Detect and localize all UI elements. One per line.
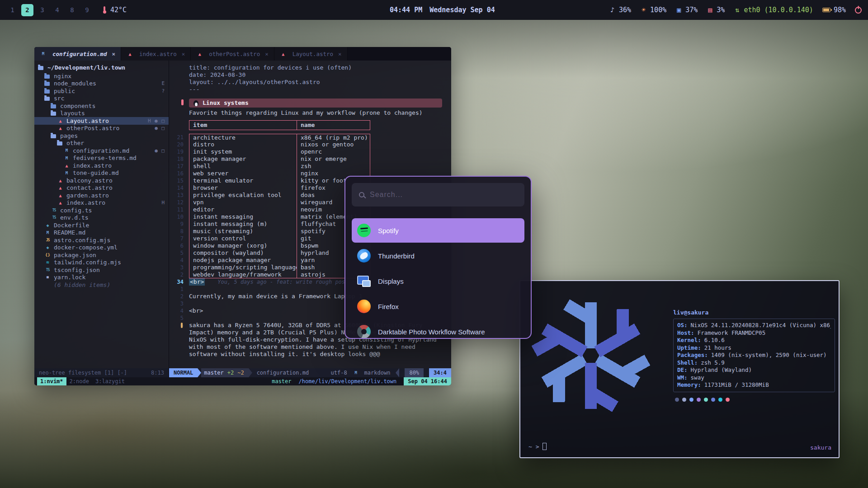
editor-tab[interactable]: otherPost.astro × xyxy=(191,47,274,61)
workspace-button[interactable]: 3 xyxy=(36,4,48,16)
tree-item[interactable]: contact.astro xyxy=(34,184,169,192)
workspace-button[interactable]: 9 xyxy=(81,4,93,16)
markdown-icon xyxy=(353,370,359,376)
tree-root[interactable]: ~/Development/liv.town xyxy=(34,63,169,72)
tmux-window[interactable]: 3:lazygit xyxy=(92,377,128,385)
tree-item[interactable]: nginx xyxy=(34,72,169,80)
shell-prompt-line[interactable]: ~ > xyxy=(528,443,547,450)
fetch-label: Shell: xyxy=(677,359,698,367)
status-bar-right: 36% 100% 37% 3% xyxy=(609,0,862,20)
line-number: 5 xyxy=(169,314,189,322)
editor-tab[interactable]: configuration.md × xyxy=(34,47,121,61)
table-cell-name: x86_64 (rip m2 pro) xyxy=(297,134,370,141)
table-cell-item: compositor (wayland) xyxy=(189,249,297,257)
tab-close-icon[interactable]: × xyxy=(338,51,342,57)
workspace-button[interactable]: 2 xyxy=(21,4,33,16)
launcher-item[interactable]: Spotify xyxy=(352,218,524,243)
tree-item-label: index.astro xyxy=(73,162,112,169)
tmux-window[interactable]: 1:nvim* xyxy=(37,377,66,385)
bar-module[interactable]: 37% xyxy=(675,6,698,14)
tree-item[interactable]: node_modules E xyxy=(34,80,169,88)
tree-item[interactable]: garden.astro xyxy=(34,192,169,199)
launcher-search[interactable] xyxy=(352,183,524,206)
workspace-button[interactable]: 8 xyxy=(66,4,78,16)
tree-items: nginx node_modules E public ? xyxy=(34,72,169,289)
penguin-icon xyxy=(193,100,198,106)
tree-item[interactable]: tsconfig.json xyxy=(34,266,169,274)
bar-module[interactable]: eth0 (10.0.0.140) xyxy=(734,6,813,14)
module-icon xyxy=(609,6,616,14)
tree-item[interactable]: components xyxy=(34,102,169,110)
bar-module[interactable]: 100% xyxy=(640,6,666,14)
tree-item[interactable]: src xyxy=(34,95,169,103)
workspace-button[interactable]: 4 xyxy=(51,4,63,16)
power-button[interactable] xyxy=(855,7,862,14)
tree-item[interactable]: env.d.ts xyxy=(34,214,169,222)
tree-item[interactable]: Dockerfile xyxy=(34,221,169,229)
tab-close-icon[interactable]: × xyxy=(182,51,185,57)
bar-module[interactable]: 3% xyxy=(707,6,725,14)
launcher-item[interactable]: Displays xyxy=(352,269,524,293)
tmux-right: master /home/liv/Development/liv.town Se… xyxy=(272,377,451,385)
tree-item[interactable]: tone-guide.md xyxy=(34,169,169,177)
thermometer-icon xyxy=(102,6,107,14)
powerline-separator xyxy=(198,368,201,377)
tree-item[interactable]: Layout.astro H ● □ xyxy=(34,117,169,125)
file-icon xyxy=(51,134,56,138)
power-icon xyxy=(855,7,862,14)
bar-module[interactable]: 36% xyxy=(609,6,631,14)
tree-item[interactable]: public ? xyxy=(34,87,169,95)
editor-tab[interactable]: index.astro × xyxy=(121,47,191,61)
terminal-window[interactable]: liv@sakura OS: NixOS 24.11.20240828.71e9… xyxy=(519,280,840,458)
tree-item[interactable]: index.astro H xyxy=(34,199,169,207)
tree-item[interactable]: pages xyxy=(34,132,169,140)
line-number: 5 xyxy=(169,249,189,257)
tree-item[interactable]: configuration.md ● □ xyxy=(34,147,169,155)
fetch-info-line: OS: NixOS 24.11.20240828.71e91c4 (Vicuna… xyxy=(677,322,831,329)
tab-close-icon[interactable]: × xyxy=(112,51,115,57)
search-input[interactable] xyxy=(370,191,517,199)
tree-item[interactable]: astro.config.mjs xyxy=(34,236,169,244)
frontmatter-line: layout: ../../layouts/otherPost.astro xyxy=(169,79,451,86)
tree-item-label: contact.astro xyxy=(66,184,113,191)
tree-item[interactable]: README.md xyxy=(34,229,169,237)
tree-item[interactable]: fediverse-terms.md xyxy=(34,155,169,162)
table-cell-item: instant messaging (m) xyxy=(189,221,297,228)
line-number: 13 xyxy=(169,192,189,199)
bar-module[interactable]: 98% xyxy=(822,6,846,14)
file-icon xyxy=(57,192,64,198)
launcher-item[interactable]: Darktable Photo Workflow Software xyxy=(352,319,524,339)
launcher-item[interactable]: Thunderbird xyxy=(352,244,524,268)
tree-item[interactable]: otherPost.astro ● □ xyxy=(34,125,169,132)
app-label: Darktable Photo Workflow Software xyxy=(378,328,485,336)
status-bar: 1 2 3 4 8 9 42°C 04:44 PM Wednesday Sep … xyxy=(0,0,868,20)
tree-item-label: config.ts xyxy=(60,207,92,214)
tree-item[interactable]: (6 hidden items) xyxy=(34,281,169,289)
tree-item[interactable]: yarn.lock xyxy=(34,274,169,282)
statusline-filename: configuration.md xyxy=(252,370,309,376)
workspace-button[interactable]: 1 xyxy=(6,4,19,16)
app-label: Firefox xyxy=(378,303,399,310)
frontmatter-line: --- xyxy=(169,86,451,93)
tree-item[interactable]: other xyxy=(34,140,169,147)
file-icon xyxy=(63,155,70,161)
tab-close-icon[interactable]: × xyxy=(265,51,269,57)
tree-item[interactable]: config.ts xyxy=(34,206,169,214)
tree-item[interactable]: balcony.astro xyxy=(34,177,169,184)
heading-text: Linux systems xyxy=(203,99,249,107)
launcher-item[interactable]: Firefox xyxy=(352,294,524,319)
table-row: 17 shell zsh xyxy=(169,163,451,170)
tree-item[interactable]: docker-compose.yml xyxy=(34,244,169,252)
tree-item[interactable]: index.astro xyxy=(34,162,169,169)
fetch-label: Uptime: xyxy=(677,344,701,352)
editor-tab[interactable]: Layout.astro × xyxy=(274,47,348,61)
sign-column xyxy=(169,99,189,107)
fetch-value: Framework FRANMDCP05 xyxy=(698,329,766,337)
fetch-info-box: OS: NixOS 24.11.20240828.71e91c4 (Vicuna… xyxy=(673,319,835,392)
tree-item[interactable]: layouts xyxy=(34,110,169,117)
powerline-separator xyxy=(396,368,399,377)
fetch-label: Host: xyxy=(677,329,694,337)
tree-item[interactable]: package.json xyxy=(34,251,169,259)
tree-item[interactable]: tailwind.config.mjs xyxy=(34,259,169,267)
tmux-window[interactable]: 2:node xyxy=(66,377,92,385)
